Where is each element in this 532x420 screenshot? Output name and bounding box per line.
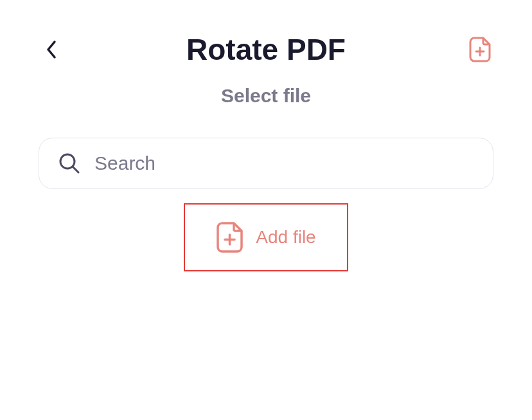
subtitle: Select file: [39, 85, 493, 107]
page-title: Rotate PDF: [64, 32, 468, 67]
header-add-file-button[interactable]: [468, 37, 493, 62]
search-input[interactable]: [94, 152, 474, 174]
file-plus-icon: [469, 37, 492, 62]
back-button[interactable]: [39, 37, 64, 62]
chevron-left-icon: [45, 39, 58, 60]
add-file-container: Add file: [39, 203, 493, 271]
search-icon: [58, 152, 80, 174]
file-plus-icon: [216, 221, 244, 253]
add-file-button[interactable]: Add file: [184, 203, 348, 271]
add-file-label: Add file: [256, 227, 315, 248]
search-container[interactable]: [39, 138, 493, 189]
header: Rotate PDF: [39, 32, 493, 67]
